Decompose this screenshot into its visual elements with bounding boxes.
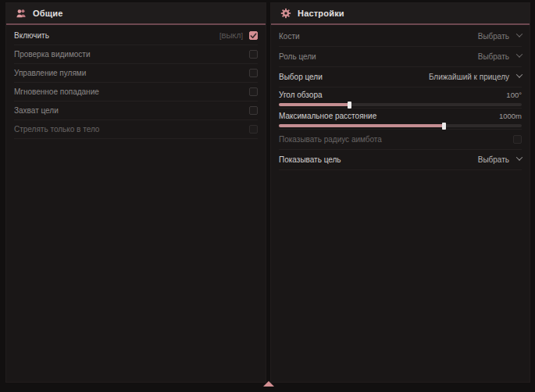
toggle-row: Мгновенное попадание [14, 83, 258, 102]
visibility-check-checkbox[interactable] [249, 50, 258, 59]
target-selection-dropdown[interactable]: Ближайший к прицелу [429, 73, 522, 81]
panel-title: Общие [33, 9, 63, 18]
setting-row: Выбор цели Ближайший к прицелу [279, 67, 522, 87]
slider-value: 1000m [499, 112, 522, 120]
bullet-control-checkbox[interactable] [249, 69, 258, 77]
slider-fill [279, 124, 444, 127]
setting-label: Кости [279, 32, 300, 41]
panel-title: Настройки [298, 9, 344, 18]
setting-label: Показывать цель [279, 155, 341, 164]
settings-panel: Настройки Кости Выбрать Роль цели Выбрат… [271, 3, 530, 382]
dropdown-value: Выбрать [478, 52, 509, 61]
general-panel-header: Общие [6, 3, 266, 25]
toggle-label: Мгновенное попадание [14, 87, 99, 96]
toggle-row: Включить [ВЫКЛ] [14, 27, 258, 45]
toggle-label: Проверка видимости [14, 50, 91, 59]
toggle-label: Захват цели [14, 106, 59, 115]
fov-slider[interactable] [279, 103, 522, 106]
chevron-down-icon [516, 30, 523, 37]
dropdown-value: Выбрать [478, 155, 509, 164]
setting-label: Угол обзора [279, 91, 323, 99]
slider-handle[interactable] [348, 102, 351, 109]
toggle-row: Управление пулями [14, 64, 258, 83]
scroll-up-triangle-icon[interactable] [263, 381, 274, 387]
toggle-row: Стрелять только в тело [14, 120, 258, 139]
users-icon [16, 8, 27, 19]
setting-label: Выбор цели [279, 73, 323, 81]
chevron-down-icon [516, 154, 523, 160]
bones-dropdown[interactable]: Выбрать [478, 32, 522, 41]
enable-checkbox[interactable] [249, 31, 258, 40]
setting-row: Показывать цель Выбрать [279, 150, 522, 170]
chevron-down-icon [516, 51, 523, 57]
slider-value: 100° [506, 91, 522, 99]
setting-row: Кости Выбрать [279, 27, 522, 47]
general-panel: Общие Включить [ВЫКЛ] Проверка видимости… [6, 3, 266, 382]
setting-label: Максимальное расстояние [279, 112, 376, 120]
setting-row: Роль цели Выбрать [279, 47, 522, 67]
max-distance-slider[interactable] [279, 124, 522, 127]
check-icon [250, 32, 257, 39]
toggle-row: Захват цели [14, 102, 258, 120]
slider-fill [279, 103, 349, 106]
setting-label: Роль цели [279, 52, 316, 61]
toggle-row: Проверка видимости [14, 45, 258, 64]
toggle-label: Стрелять только в тело [14, 125, 99, 134]
dropdown-value: Выбрать [478, 32, 509, 41]
settings-panel-header: Настройки [271, 3, 530, 25]
setting-row: Максимальное расстояние 1000m [279, 109, 522, 130]
target-lock-checkbox[interactable] [249, 106, 258, 115]
setting-label: Показывать радиус аимбота [279, 135, 382, 144]
show-aimbot-radius-checkbox[interactable] [513, 135, 522, 144]
setting-row: Показывать радиус аимбота [279, 130, 522, 150]
gear-icon [280, 8, 291, 19]
body-only-checkbox[interactable] [249, 125, 258, 134]
hotkey-badge: [ВЫКЛ] [219, 32, 243, 40]
toggle-label: Включить [14, 31, 49, 40]
setting-row: Угол обзора 100° [279, 87, 522, 109]
instant-hit-checkbox[interactable] [249, 87, 258, 96]
target-role-dropdown[interactable]: Выбрать [478, 52, 522, 61]
chevron-down-icon [516, 71, 523, 77]
dropdown-value: Ближайший к прицелу [429, 73, 509, 81]
toggle-label: Управление пулями [14, 69, 86, 77]
show-target-dropdown[interactable]: Выбрать [478, 155, 522, 164]
slider-handle[interactable] [442, 123, 446, 130]
